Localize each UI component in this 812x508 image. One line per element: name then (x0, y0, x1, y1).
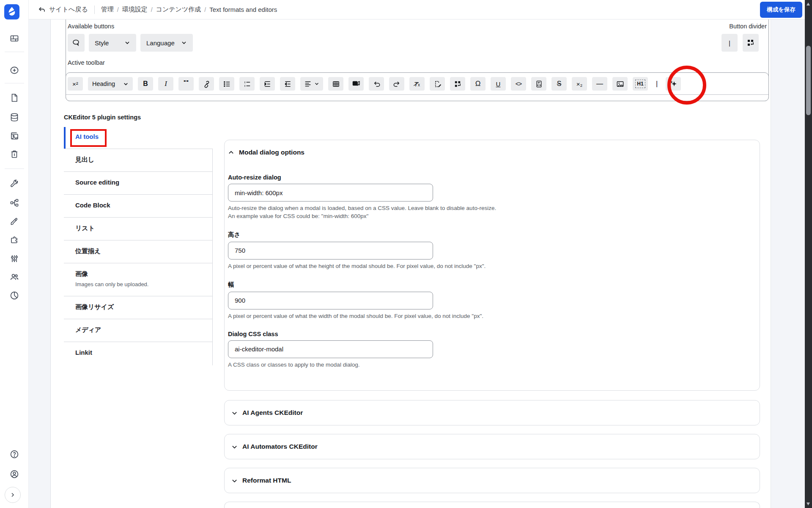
heading-dropdown-button[interactable]: Heading (88, 77, 133, 91)
redo-button[interactable] (389, 77, 404, 91)
style-dropdown-button[interactable]: Style (89, 34, 136, 52)
wrapping-break-icon (454, 80, 462, 88)
remove-format-button[interactable]: Tx (409, 77, 425, 91)
modal-dialog-options-header[interactable]: Modal dialog options (228, 149, 756, 156)
section-title: AI Automators CKEditor (242, 443, 318, 450)
divider-bar-button[interactable]: | (721, 34, 738, 52)
wrapping-break-toolbar-button[interactable] (450, 77, 465, 91)
breadcrumb-item[interactable]: コンテンツ作成 (156, 6, 201, 14)
sidebar-item-extend[interactable] (9, 235, 20, 246)
scrollbar-down-arrow[interactable] (807, 502, 810, 505)
sidebar-item-media[interactable] (9, 130, 20, 141)
tab-image-resize[interactable]: 画像リサイズ (64, 296, 213, 319)
media-button[interactable] (348, 77, 364, 91)
dialog-css-class-input[interactable] (228, 340, 433, 358)
sidebar-item-trash[interactable] (9, 149, 20, 160)
width-input[interactable] (228, 292, 433, 309)
text-alignment-button[interactable] (300, 77, 323, 91)
wrapping-break-button[interactable] (743, 34, 759, 52)
sidebar-item-appearance[interactable] (9, 216, 20, 227)
tab-image-note: Images can only be uploaded. (75, 281, 212, 287)
undo-icon (373, 80, 381, 88)
bold-icon: B (143, 80, 148, 88)
sidebar-item-people[interactable] (9, 271, 20, 282)
heading1-button[interactable]: H1 (633, 77, 648, 91)
section-title: AI Agents CKEditor (242, 409, 303, 417)
breadcrumb-separator: / (204, 6, 206, 13)
tab-code-block[interactable]: Code Block (64, 194, 213, 217)
breadcrumb: 管理 / 環境設定 / コンテンツ作成 / Text formats and e… (101, 6, 277, 14)
comment-button[interactable] (68, 34, 85, 52)
sidebar-item-account[interactable] (9, 469, 20, 480)
tab-image[interactable]: 画像Images can only be uploaded. (64, 263, 213, 296)
sidebar-item-configuration[interactable] (9, 253, 20, 264)
sidebar-item-tools[interactable] (9, 178, 20, 189)
sidebar-item-content[interactable] (9, 92, 20, 103)
toolbar-divider-item[interactable]: | (653, 77, 661, 91)
breadcrumb-item[interactable]: 環境設定 (122, 6, 148, 14)
italic-button[interactable]: I (158, 77, 173, 91)
drupal-logo-icon[interactable] (4, 4, 19, 19)
language-dropdown-button[interactable]: Language (140, 34, 193, 52)
omega-icon: Ω (475, 80, 481, 88)
code-block-icon (535, 80, 543, 88)
code-button[interactable]: <> (511, 77, 526, 91)
horizontal-rule-button[interactable]: — (592, 77, 607, 91)
tab-media[interactable]: メディア (64, 319, 213, 342)
table-icon (332, 80, 340, 88)
sidebar-item-reports[interactable] (9, 290, 20, 301)
reformat-html-section[interactable]: Reformat HTML (224, 468, 760, 493)
back-to-site-link[interactable]: サイトへ戻る (38, 6, 88, 14)
underline-button[interactable]: U (491, 77, 506, 91)
ai-automators-ckeditor-section[interactable]: AI Automators CKEditor (224, 434, 760, 459)
tab-headings[interactable]: 見出し (64, 149, 213, 171)
dialog-css-class-description: A CSS class or classes to apply to the m… (228, 361, 756, 369)
tab-alignment[interactable]: 位置揃え (64, 240, 213, 263)
strikethrough-button[interactable]: S (551, 77, 567, 91)
numbered-list-icon (243, 80, 251, 88)
code-block-button[interactable] (531, 77, 546, 91)
bulleted-list-button[interactable] (219, 77, 234, 91)
tab-lists[interactable]: リスト (64, 217, 213, 240)
sidebar-expand-button[interactable] (5, 487, 21, 503)
subscript-button[interactable]: ×₂ (572, 77, 587, 91)
undo-button[interactable] (369, 77, 384, 91)
numbered-list-button[interactable] (239, 77, 255, 91)
superscript-button[interactable]: ×² (68, 77, 83, 91)
scrollbar-thumb[interactable] (806, 46, 811, 115)
image-button[interactable] (612, 77, 628, 91)
vertical-bar-icon: | (729, 39, 730, 47)
section-title: Reformat HTML (242, 477, 291, 484)
ai-sparkles-button[interactable] (666, 77, 681, 91)
tab-linkit[interactable]: Linkit (64, 342, 213, 365)
subscript-icon: ×₂ (576, 80, 583, 88)
sidebar-item-workflow[interactable] (9, 197, 20, 208)
indent-button[interactable] (260, 77, 275, 91)
sidebar-item-layout[interactable] (9, 33, 20, 44)
sidebar-item-add-content[interactable] (9, 65, 20, 76)
bold-button[interactable]: B (138, 77, 153, 91)
tab-ai-tools[interactable]: AI tools (64, 127, 213, 149)
admin-topbar: サイトへ戻る 管理 / 環境設定 / コンテンツ作成 / Text format… (29, 0, 805, 19)
table-button[interactable] (328, 77, 343, 91)
source-editing-button[interactable] (430, 77, 445, 91)
scrollbar-up-arrow[interactable] (807, 3, 810, 6)
outdent-button[interactable] (280, 77, 295, 91)
save-configuration-button[interactable]: 構成を保存 (760, 2, 802, 18)
outdent-icon (284, 80, 292, 88)
breadcrumb-item[interactable]: 管理 (101, 6, 114, 14)
auto-resize-input[interactable] (228, 184, 433, 202)
back-to-site-label: サイトへ戻る (49, 6, 88, 14)
height-input[interactable] (228, 242, 433, 260)
ai-agents-ckeditor-section[interactable]: AI Agents CKEditor (224, 400, 760, 425)
breadcrumb-separator: / (151, 6, 153, 13)
sidebar-item-database[interactable] (9, 112, 20, 123)
section-title: Modal dialog options (239, 149, 304, 156)
page-scrollbar[interactable] (805, 0, 812, 508)
link-button[interactable] (199, 77, 214, 91)
special-characters-button[interactable]: Ω (470, 77, 486, 91)
blockquote-button[interactable]: “ (178, 77, 194, 91)
language-dropdown-label: Language (146, 39, 175, 47)
sidebar-item-help[interactable] (9, 449, 20, 460)
tab-source-editing[interactable]: Source editing (64, 171, 213, 194)
